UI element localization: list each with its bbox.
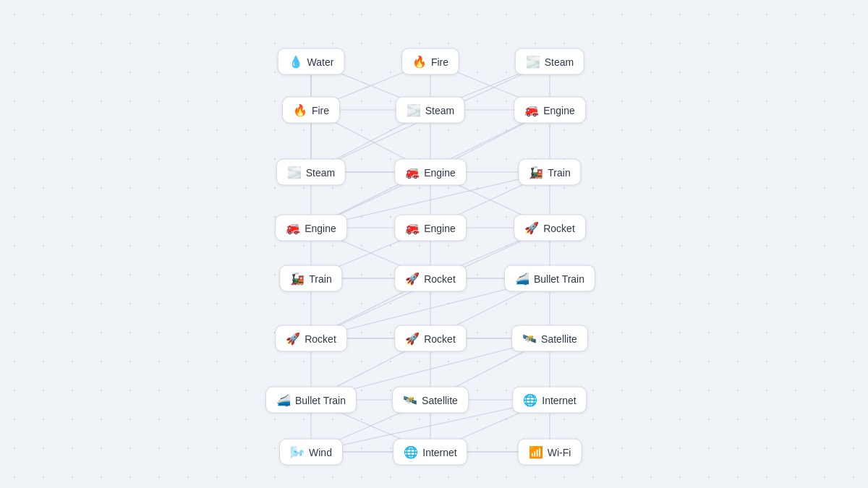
node-engine1[interactable]: 🚒Engine <box>514 97 586 124</box>
node-water[interactable]: 💧Water <box>278 48 345 75</box>
node-emoji-rocket3: 🚀 <box>286 332 300 346</box>
node-train2[interactable]: 🚂Train <box>279 265 342 292</box>
node-emoji-steam3: 🌫️ <box>287 166 302 179</box>
node-label-engine3: Engine <box>305 222 336 234</box>
node-rocket3[interactable]: 🚀Rocket <box>275 325 347 352</box>
node-emoji-engine3: 🚒 <box>286 221 300 235</box>
node-fire2[interactable]: 🔥Fire <box>282 97 340 124</box>
node-emoji-internet2: 🌐 <box>404 445 418 459</box>
node-rocket2[interactable]: 🚀Rocket <box>394 265 467 292</box>
node-label-internet1: Internet <box>542 394 576 406</box>
node-label-steam3: Steam <box>306 166 335 178</box>
node-emoji-wifi: 📶 <box>529 445 543 459</box>
node-label-water: Water <box>307 56 334 67</box>
node-emoji-bullettrain1: 🚄 <box>515 272 529 286</box>
graph-container: 💧Water🔥Fire🌫️Steam🔥Fire🌫️Steam🚒Engine🌫️S… <box>0 0 868 488</box>
node-internet1[interactable]: 🌐Internet <box>512 387 587 414</box>
node-label-train1: Train <box>548 166 570 178</box>
node-emoji-water: 💧 <box>289 55 303 69</box>
node-label-bullettrain1: Bullet Train <box>534 273 584 284</box>
node-emoji-satellite2: 🛰️ <box>403 393 417 407</box>
node-emoji-internet1: 🌐 <box>523 393 537 407</box>
node-label-satellite2: Satellite <box>422 394 458 406</box>
node-label-steam1: Steam <box>545 56 574 67</box>
node-emoji-engine1: 🚒 <box>524 103 539 117</box>
node-label-internet2: Internet <box>422 446 456 458</box>
node-fire1[interactable]: 🔥Fire <box>401 48 459 75</box>
node-label-engine2: Engine <box>424 166 456 178</box>
node-label-steam2: Steam <box>425 104 454 116</box>
node-satellite2[interactable]: 🛰️Satellite <box>392 387 469 414</box>
node-label-rocket1: Rocket <box>543 222 575 234</box>
node-steam1[interactable]: 🌫️Steam <box>515 48 584 75</box>
node-emoji-steam2: 🌫️ <box>407 103 421 117</box>
node-emoji-satellite1: 🛰️ <box>522 332 537 346</box>
node-label-rocket3: Rocket <box>305 333 336 344</box>
node-rocket4[interactable]: 🚀Rocket <box>394 325 467 352</box>
node-train1[interactable]: 🚂Train <box>518 159 581 186</box>
node-emoji-train1: 🚂 <box>529 166 543 179</box>
node-label-fire2: Fire <box>312 104 329 116</box>
node-label-fire1: Fire <box>431 56 448 67</box>
node-label-satellite1: Satellite <box>541 333 577 344</box>
node-label-wind: Wind <box>309 446 332 458</box>
node-wifi[interactable]: 📶Wi-Fi <box>518 439 582 466</box>
node-satellite1[interactable]: 🛰️Satellite <box>511 325 588 352</box>
node-emoji-rocket1: 🚀 <box>524 221 539 235</box>
node-emoji-engine2: 🚒 <box>405 166 420 179</box>
node-bullettrain1[interactable]: 🚄Bullet Train <box>504 265 595 292</box>
node-label-rocket4: Rocket <box>424 333 456 344</box>
node-engine3[interactable]: 🚒Engine <box>275 215 347 241</box>
node-emoji-fire1: 🔥 <box>412 55 427 69</box>
node-emoji-rocket2: 🚀 <box>405 272 420 286</box>
node-emoji-rocket4: 🚀 <box>405 332 420 346</box>
node-label-wifi: Wi-Fi <box>548 446 571 458</box>
node-steam3[interactable]: 🌫️Steam <box>276 159 346 186</box>
node-emoji-wind: 🌬️ <box>290 445 305 459</box>
node-engine4[interactable]: 🚒Engine <box>394 215 467 241</box>
node-rocket1[interactable]: 🚀Rocket <box>514 215 586 241</box>
node-steam2[interactable]: 🌫️Steam <box>396 97 465 124</box>
node-label-bullettrain2: Bullet Train <box>295 394 346 406</box>
node-emoji-fire2: 🔥 <box>293 103 307 117</box>
node-emoji-engine4: 🚒 <box>405 221 420 235</box>
node-label-rocket2: Rocket <box>424 273 456 284</box>
node-internet2[interactable]: 🌐Internet <box>393 439 467 466</box>
node-engine2[interactable]: 🚒Engine <box>394 159 467 186</box>
node-label-engine1: Engine <box>543 104 575 116</box>
node-emoji-steam1: 🌫️ <box>526 55 540 69</box>
node-wind[interactable]: 🌬️Wind <box>279 439 343 466</box>
node-label-engine4: Engine <box>424 222 456 234</box>
node-emoji-train2: 🚂 <box>290 272 305 286</box>
node-bullettrain2[interactable]: 🚄Bullet Train <box>265 387 357 414</box>
node-emoji-bullettrain2: 🚄 <box>276 393 291 407</box>
node-label-train2: Train <box>309 273 331 284</box>
